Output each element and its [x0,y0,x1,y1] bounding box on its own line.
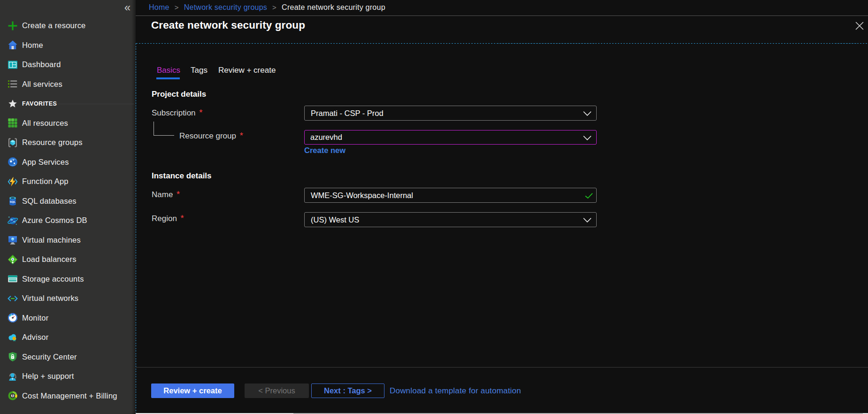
svg-text:$: $ [12,394,14,398]
svg-text:SQL: SQL [10,201,16,204]
